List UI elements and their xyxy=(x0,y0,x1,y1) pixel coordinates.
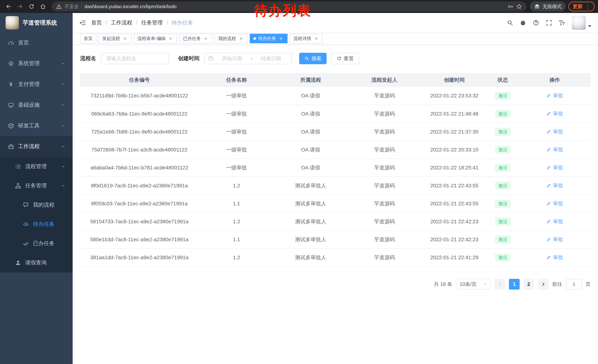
close-icon[interactable]: × xyxy=(314,36,319,41)
browser-menu-icon[interactable]: ⋮ xyxy=(585,3,590,10)
search-button-label: 搜索 xyxy=(311,55,321,62)
github-icon[interactable] xyxy=(520,20,526,26)
sidebar-item-todo-tasks[interactable]: 待办任务 xyxy=(0,215,73,234)
col-created: 创建时间 xyxy=(422,73,487,87)
edit-icon xyxy=(546,111,551,116)
sidebar-item-label: 工作流程 xyxy=(18,143,40,150)
breadcrumb-item[interactable]: 任务管理 xyxy=(141,19,163,26)
cell-action: 审批 xyxy=(519,249,590,267)
approve-link[interactable]: 审批 xyxy=(546,92,563,99)
key-icon[interactable] xyxy=(507,4,514,9)
date-range-picker[interactable]: 开始日期 - 结束日期 xyxy=(204,53,292,64)
next-page-button[interactable] xyxy=(538,279,548,290)
sidebar-item-workflow[interactable]: 工作流程 xyxy=(0,136,73,157)
chevron-down-icon xyxy=(482,282,487,286)
forward-button[interactable] xyxy=(15,1,25,12)
sidebar-item-my-processes[interactable]: 我的流程 xyxy=(0,195,73,215)
goto-page-input[interactable] xyxy=(566,279,582,290)
chevron-down-icon xyxy=(61,82,65,86)
end-date-input[interactable]: 结束日期 xyxy=(254,55,288,62)
sidebar-logo[interactable]: 芋道管理系统 xyxy=(0,13,73,32)
cell-action: 审批 xyxy=(519,141,590,159)
page-button-2[interactable]: 2 xyxy=(523,279,534,290)
reset-button[interactable]: 重置 xyxy=(331,53,359,64)
cell-task-id: 725a1eb6-7b88-11ec-8ef0-acde48001122 xyxy=(80,123,199,141)
topbar: 首页 / 工作流程 / 任务管理 / 待办任务 xyxy=(73,13,598,32)
user-icon xyxy=(15,260,22,266)
approve-link[interactable]: 审批 xyxy=(546,254,563,261)
approve-link[interactable]: 审批 xyxy=(546,146,563,153)
tab-my-processes[interactable]: 我的流程 × xyxy=(215,34,248,43)
close-icon[interactable]: × xyxy=(168,36,173,41)
search-icon[interactable] xyxy=(507,20,513,26)
home-icon xyxy=(40,4,46,9)
total-count: 共 16 条 xyxy=(434,281,452,288)
cell-status: 激活 xyxy=(487,105,519,123)
cell-created: 2022-01-22 23:53:32 xyxy=(422,87,487,105)
cell-initiator: 芋道源码 xyxy=(347,249,422,267)
approve-link[interactable]: 审批 xyxy=(546,200,563,207)
approve-label: 审批 xyxy=(553,146,563,153)
close-icon[interactable]: × xyxy=(278,36,284,41)
table-row: a6aba0a4-7b6d-11ec-b781-acde48001122 一级审… xyxy=(80,159,590,177)
close-icon[interactable]: × xyxy=(203,36,208,41)
sidebar-item-payment[interactable]: ¥ 支付管理 xyxy=(0,74,73,95)
help-icon[interactable] xyxy=(533,20,539,26)
cell-process: OA 请假 xyxy=(274,141,347,159)
page-size-select[interactable]: 10条/页 xyxy=(456,279,491,290)
sidebar-item-system[interactable]: 系统管理 xyxy=(0,53,73,74)
breadcrumb-item[interactable]: 工作流程 xyxy=(111,19,132,26)
refresh-icon xyxy=(29,4,34,9)
approve-link[interactable]: 审批 xyxy=(546,164,563,171)
search-button[interactable]: 搜索 xyxy=(299,53,327,64)
update-button[interactable]: 更新 ⋮ xyxy=(568,2,595,11)
prev-page-button[interactable] xyxy=(494,279,505,290)
font-size-icon[interactable] xyxy=(559,20,565,26)
process-name-input[interactable] xyxy=(101,53,169,64)
cell-created: 2022-01-21 22:42:23 xyxy=(422,231,487,249)
sidebar-item-devtools[interactable]: 研发工具 xyxy=(0,115,73,136)
cell-status: 激活 xyxy=(487,159,519,177)
sidebar-item-leave-query[interactable]: 请假查询 xyxy=(0,253,73,272)
start-date-input[interactable]: 开始日期 xyxy=(215,55,249,62)
approve-link[interactable]: 审批 xyxy=(546,110,563,117)
user-menu[interactable] xyxy=(572,16,591,30)
cell-task-name: 一级审批 xyxy=(199,123,274,141)
double-check-icon xyxy=(22,241,29,247)
star-icon[interactable] xyxy=(516,4,522,9)
refresh-button[interactable] xyxy=(26,1,37,12)
approve-link[interactable]: 审批 xyxy=(546,182,563,189)
sidebar-item-infrastructure[interactable]: 基础设施 xyxy=(0,95,73,115)
warning-icon xyxy=(56,4,62,9)
sidebar-item-process-management[interactable]: 流程管理 xyxy=(0,157,73,176)
approve-link[interactable]: 审批 xyxy=(546,218,563,225)
page-button-1[interactable]: 1 xyxy=(509,279,520,290)
tab-process-detail[interactable]: 流程详情 × xyxy=(290,34,323,43)
tab-todo-tasks[interactable]: 待办任务 × xyxy=(250,34,288,43)
cell-process: 测试多审批人 xyxy=(274,249,347,267)
cell-action: 审批 xyxy=(519,87,590,105)
back-button[interactable] xyxy=(3,1,14,12)
sidebar-menu: 首页 系统管理 ¥ 支付管理 基础设施 xyxy=(0,32,73,272)
edit-icon xyxy=(546,93,551,98)
tab-home[interactable]: 首页 xyxy=(80,34,96,43)
approve-link[interactable]: 审批 xyxy=(546,236,563,243)
breadcrumb-item[interactable]: 首页 xyxy=(91,19,102,26)
tab-done-tasks[interactable]: 已办任务 × xyxy=(179,34,212,43)
tab-form-edit[interactable]: 流程表单-编辑 × xyxy=(134,34,177,43)
close-icon[interactable]: × xyxy=(122,36,128,41)
sidebar-item-task-management[interactable]: 任务管理 xyxy=(0,176,73,195)
fold-sidebar-icon[interactable] xyxy=(79,19,86,26)
tab-start-process[interactable]: 发起流程 × xyxy=(99,34,132,43)
forward-icon xyxy=(17,4,23,9)
fullscreen-icon[interactable] xyxy=(546,20,552,26)
goto-suffix: 页 xyxy=(586,281,590,288)
home-button[interactable] xyxy=(38,1,48,12)
cell-status: 激活 xyxy=(487,194,519,212)
cell-task-name: 1.2 xyxy=(199,212,274,231)
sidebar-item-home[interactable]: 首页 xyxy=(0,32,73,53)
sidebar-item-done-tasks[interactable]: 已办任务 xyxy=(0,234,73,253)
approve-label: 审批 xyxy=(553,110,563,117)
approve-link[interactable]: 审批 xyxy=(546,128,563,135)
close-icon[interactable]: × xyxy=(238,36,244,41)
